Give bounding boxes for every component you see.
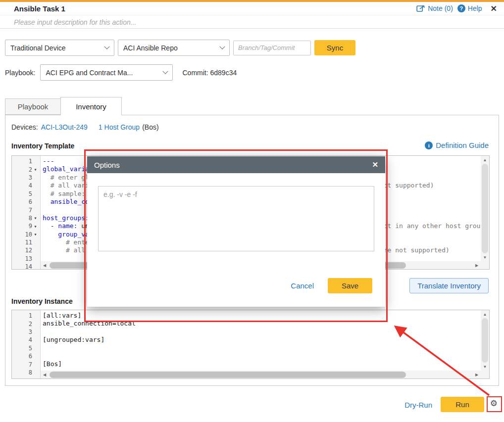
modal-close-icon[interactable]: ✕ [372,160,378,169]
scroll-right-arrow[interactable]: ▶ [473,261,481,269]
gear-icon[interactable]: ⚙ [490,398,498,409]
help-link[interactable]: ? Help [457,4,482,12]
info-icon: i [425,141,433,149]
tab-playbook[interactable]: Playbook [5,98,61,115]
line-number-gutter: 12▾345678▾9▾10▾11121314 [12,156,41,269]
line-number: 7 [12,360,40,368]
help-label: Help [468,4,482,12]
line-number: 6 [12,352,40,360]
repo-value: ACI Ansible Repo [123,44,178,52]
line-number: 3 [12,328,40,336]
options-modal-footer: Cancel Save [291,278,372,293]
vertical-scrollbar[interactable]: ▲ ▼ [481,156,489,261]
options-textarea[interactable] [98,186,374,251]
devices-row: Devices: ACI-L3Out-249 1 Host Group (Bos… [11,123,159,131]
line-number: 5 [12,344,40,352]
scroll-up-arrow[interactable]: ▲ [481,156,489,164]
host-group-link[interactable]: 1 Host Group [99,123,140,131]
line-number: 8 [12,369,40,376]
line-number: 8▾ [12,214,40,222]
chevron-down-icon [163,68,168,74]
code-line [43,352,481,360]
inventory-template-title: Inventory Template [11,142,74,150]
options-modal: Options ✕ Cancel Save [87,156,385,307]
inventory-instance-title: Inventory Instance [11,297,73,305]
line-number: 6 [12,198,40,206]
vertical-scroll-thumb[interactable] [482,164,488,253]
playbook-label: Playbook: [5,69,35,77]
chevron-down-icon [219,44,225,49]
scroll-left-arrow[interactable]: ◀ [41,261,49,269]
help-icon: ? [457,4,465,12]
line-number: 2▾ [12,165,40,173]
device-link[interactable]: ACI-L3Out-249 [41,123,88,131]
description-input[interactable] [14,18,459,26]
translate-inventory-button[interactable]: Translate Inventory [409,278,489,293]
scroll-down-arrow[interactable]: ▼ [481,363,489,371]
scroll-down-arrow[interactable]: ▼ [481,253,489,261]
options-modal-header: Options ✕ [87,156,385,173]
horizontal-scroll-thumb[interactable] [50,372,406,378]
options-modal-title: Options [94,161,120,169]
fold-arrow-icon[interactable]: ▾ [32,167,39,172]
devices-label: Devices: [11,123,38,131]
line-number: 9▾ [12,222,40,230]
description-row [0,16,504,29]
code-line: [all:vars] [43,312,481,320]
vertical-scrollbar[interactable]: ▲ ▼ [481,310,489,371]
code-line: ansible_connection=local [43,320,481,328]
repo-select[interactable]: ACI Ansible Repo [118,40,230,56]
dry-run-link[interactable]: Dry-Run [404,401,432,409]
sync-button[interactable]: Sync [314,40,355,55]
code-line: [ungrouped:vars] [43,336,481,344]
note-icon [416,5,425,12]
vertical-scroll-thumb[interactable] [482,318,488,363]
tab-inventory[interactable]: Inventory [60,97,122,115]
code-line [43,328,481,336]
code-area[interactable]: [all:vars]ansible_connection=local[ungro… [41,310,481,371]
device-type-select[interactable]: Traditional Device [5,40,114,56]
line-number: 3 [12,174,40,182]
fold-arrow-icon[interactable]: ▾ [32,215,39,221]
note-link[interactable]: Note (0) [416,4,453,12]
playbook-select[interactable]: ACI EPG and Contract Ma... [40,64,173,81]
line-number: 5 [12,190,40,198]
save-button[interactable]: Save [328,278,372,293]
page-title: Ansible Task 1 [14,4,65,13]
cancel-button[interactable]: Cancel [291,281,314,290]
line-number: 4 [12,182,40,189]
device-type-value: Traditional Device [10,44,66,52]
chevron-down-icon [104,44,109,49]
controls-row: Traditional Device ACI Ansible Repo Sync [5,40,355,56]
line-number: 14 [12,263,40,269]
horizontal-scrollbar[interactable]: ◀ ▶ [41,371,481,378]
scroll-right-arrow[interactable]: ▶ [473,371,481,378]
window-header: Ansible Task 1 Note (0) ? Help ✕ [0,2,504,15]
close-icon[interactable]: ✕ [491,4,497,13]
line-number: 13 [12,255,40,263]
fold-arrow-icon[interactable]: ▾ [32,232,39,237]
inventory-instance-editor[interactable]: 12345678 [all:vars]ansible_connection=lo… [11,310,490,379]
playbook-value: ACI EPG and Contract Ma... [46,69,133,77]
options-modal-body [87,173,385,253]
fold-arrow-icon[interactable]: ▾ [32,224,39,229]
scroll-left-arrow[interactable]: ◀ [41,371,49,378]
host-group-name: (Bos) [142,123,158,131]
run-button[interactable]: Run [441,397,484,412]
line-number: 2 [12,320,40,328]
scroll-up-arrow[interactable]: ▲ [481,310,489,318]
ansible-task-window: Ansible Task 1 Note (0) ? Help ✕ Traditi… [0,0,504,422]
definition-guide-link[interactable]: i Definition Guide [425,141,489,149]
branch-input[interactable] [233,41,311,55]
line-number: 1 [12,157,40,165]
line-number-gutter: 12345678 [12,310,41,378]
code-line [43,344,481,352]
commit-text: Commit: 6d89c34 [182,69,237,77]
code-line: [Bos] [43,360,481,368]
scrollbar-corner [481,261,489,269]
scrollbar-corner [481,371,489,378]
line-number: 10▾ [12,231,40,238]
definition-guide-label: Definition Guide [436,141,489,149]
line-number: 12 [12,246,40,254]
line-number: 4 [12,336,40,344]
